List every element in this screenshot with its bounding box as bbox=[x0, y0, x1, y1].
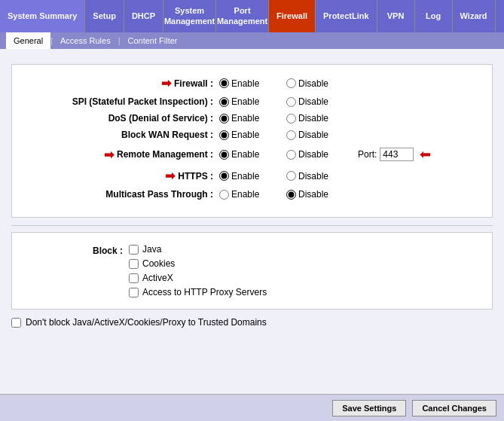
firewall-label: ➡ Firewall : bbox=[23, 76, 219, 90]
save-settings-button[interactable]: Save Settings bbox=[332, 400, 406, 416]
dos-row: DoS (Denial of Service) : Enable Disable bbox=[23, 113, 481, 124]
java-checkbox[interactable] bbox=[129, 245, 139, 255]
dos-enable-option: Enable bbox=[219, 113, 283, 124]
firewall-disable-option: Disable bbox=[286, 78, 350, 89]
nav-wizard[interactable]: Wizard bbox=[453, 0, 496, 32]
multicast-enable-radio[interactable] bbox=[219, 190, 229, 200]
block-row: Block : Java Cookies ActiveX Access to H… bbox=[23, 244, 481, 297]
https-enable-option: Enable bbox=[219, 171, 283, 182]
multicast-row: Multicast Pass Through : Enable Disable bbox=[23, 189, 481, 200]
https-row: ➡ HTTPS : Enable Disable bbox=[23, 169, 481, 183]
subnav-content-filter[interactable]: Content Filter bbox=[121, 32, 185, 49]
nav-dhcp[interactable]: DHCP bbox=[124, 0, 163, 32]
firewall-disable-radio[interactable] bbox=[286, 78, 296, 88]
firewall-enable-radio[interactable] bbox=[219, 78, 229, 88]
block-wan-disable-option: Disable bbox=[286, 130, 350, 140]
multicast-radio-group: Enable Disable bbox=[219, 189, 350, 200]
subnav-access-rules[interactable]: Access Rules bbox=[53, 32, 118, 49]
dos-radio-group: Enable Disable bbox=[219, 113, 350, 124]
firewall-arrow-icon: ➡ bbox=[161, 76, 171, 90]
spi-enable-label: Enable bbox=[231, 96, 259, 107]
remote-mgmt-disable-label: Disable bbox=[298, 149, 328, 160]
block-label: Block : bbox=[23, 244, 129, 256]
http-proxy-label: Access to HTTP Proxy Servers bbox=[142, 287, 267, 297]
block-options: Java Cookies ActiveX Access to HTTP Prox… bbox=[129, 244, 267, 297]
port-input[interactable] bbox=[380, 148, 414, 161]
spi-row: SPI (Stateful Packet Inspection) : Enabl… bbox=[23, 96, 481, 107]
remote-mgmt-label: ➡ Remote Management : bbox=[23, 148, 219, 162]
dos-disable-label: Disable bbox=[298, 113, 328, 124]
nav-vpn[interactable]: VPN bbox=[377, 0, 415, 32]
nav-log[interactable]: Log bbox=[415, 0, 453, 32]
subnav-general[interactable]: General bbox=[6, 32, 50, 49]
nav-protectlink[interactable]: ProtectLink bbox=[316, 0, 377, 32]
firewall-enable-label: Enable bbox=[231, 78, 259, 89]
remote-mgmt-arrow-icon: ➡ bbox=[104, 148, 114, 162]
multicast-disable-radio[interactable] bbox=[286, 190, 296, 200]
cookies-option: Cookies bbox=[129, 258, 267, 269]
spi-radio-group: Enable Disable bbox=[219, 96, 350, 107]
remote-mgmt-row: ➡ Remote Management : Enable Disable Por… bbox=[23, 146, 481, 163]
section-divider bbox=[11, 225, 493, 226]
top-navigation: System Summary Setup DHCP System Managem… bbox=[0, 0, 504, 32]
dos-enable-label: Enable bbox=[231, 113, 259, 124]
java-option: Java bbox=[129, 244, 267, 255]
dos-enable-radio[interactable] bbox=[219, 114, 229, 124]
activex-checkbox[interactable] bbox=[129, 273, 139, 283]
dos-disable-radio[interactable] bbox=[286, 114, 296, 124]
block-wan-enable-label: Enable bbox=[231, 130, 259, 140]
nav-system-summary[interactable]: System Summary bbox=[0, 0, 85, 32]
multicast-enable-label: Enable bbox=[231, 189, 259, 200]
nav-port-management[interactable]: Port Management bbox=[216, 0, 269, 32]
activex-option: ActiveX bbox=[129, 273, 267, 283]
spi-disable-label: Disable bbox=[298, 96, 328, 107]
main-content: ➡ Firewall : Enable Disable SPI (Statefu… bbox=[0, 49, 504, 394]
spi-enable-radio[interactable] bbox=[219, 97, 229, 107]
nav-firewall[interactable]: Firewall bbox=[269, 0, 316, 32]
nav-system-management[interactable]: System Management bbox=[163, 0, 216, 32]
https-label: ➡ HTTPS : bbox=[23, 169, 219, 183]
firewall-row: ➡ Firewall : Enable Disable bbox=[23, 76, 481, 90]
port-group: Port: ⬅ bbox=[358, 146, 434, 163]
trusted-domains-checkbox[interactable] bbox=[11, 318, 21, 328]
cookies-checkbox[interactable] bbox=[129, 259, 139, 269]
http-proxy-checkbox[interactable] bbox=[129, 288, 139, 297]
multicast-label: Multicast Pass Through : bbox=[23, 189, 219, 200]
port-label: Port: bbox=[358, 149, 377, 160]
remote-mgmt-radio-group: Enable Disable bbox=[219, 149, 350, 160]
block-wan-disable-radio[interactable] bbox=[286, 130, 296, 140]
https-enable-label: Enable bbox=[231, 171, 259, 182]
activex-label: ActiveX bbox=[142, 273, 173, 283]
dos-label: DoS (Denial of Service) : bbox=[23, 113, 219, 124]
block-wan-disable-label: Disable bbox=[298, 130, 328, 140]
block-wan-radio-group: Enable Disable bbox=[219, 130, 350, 140]
remote-mgmt-enable-option: Enable bbox=[219, 149, 283, 160]
multicast-enable-option: Enable bbox=[219, 189, 283, 200]
remote-mgmt-disable-radio[interactable] bbox=[286, 150, 296, 160]
cancel-changes-button[interactable]: Cancel Changes bbox=[412, 400, 496, 416]
https-disable-radio[interactable] bbox=[286, 171, 296, 181]
sub-navigation: General | Access Rules | Content Filter bbox=[0, 32, 504, 49]
spi-label: SPI (Stateful Packet Inspection) : bbox=[23, 96, 219, 107]
https-arrow-icon: ➡ bbox=[165, 169, 175, 183]
block-wan-enable-radio[interactable] bbox=[219, 130, 229, 140]
https-enable-radio[interactable] bbox=[219, 171, 229, 181]
block-wan-label: Block WAN Request : bbox=[23, 130, 219, 140]
footer: Save Settings Cancel Changes bbox=[0, 394, 504, 421]
https-disable-label: Disable bbox=[298, 171, 328, 182]
dos-disable-option: Disable bbox=[286, 113, 350, 124]
https-disable-option: Disable bbox=[286, 171, 350, 182]
multicast-disable-option: Disable bbox=[286, 189, 350, 200]
firewall-settings-section: ➡ Firewall : Enable Disable SPI (Statefu… bbox=[11, 64, 493, 218]
remote-mgmt-disable-option: Disable bbox=[286, 149, 350, 160]
multicast-disable-label: Disable bbox=[298, 189, 328, 200]
nav-setup[interactable]: Setup bbox=[85, 0, 124, 32]
block-section: Block : Java Cookies ActiveX Access to H… bbox=[11, 232, 493, 310]
remote-mgmt-enable-radio[interactable] bbox=[219, 150, 229, 160]
spi-disable-option: Disable bbox=[286, 96, 350, 107]
java-label: Java bbox=[142, 244, 161, 255]
spi-disable-radio[interactable] bbox=[286, 97, 296, 107]
block-wan-enable-option: Enable bbox=[219, 130, 283, 140]
trusted-domains-label: Don't block Java/ActiveX/Cookies/Proxy t… bbox=[26, 317, 267, 328]
cookies-label: Cookies bbox=[142, 258, 175, 269]
